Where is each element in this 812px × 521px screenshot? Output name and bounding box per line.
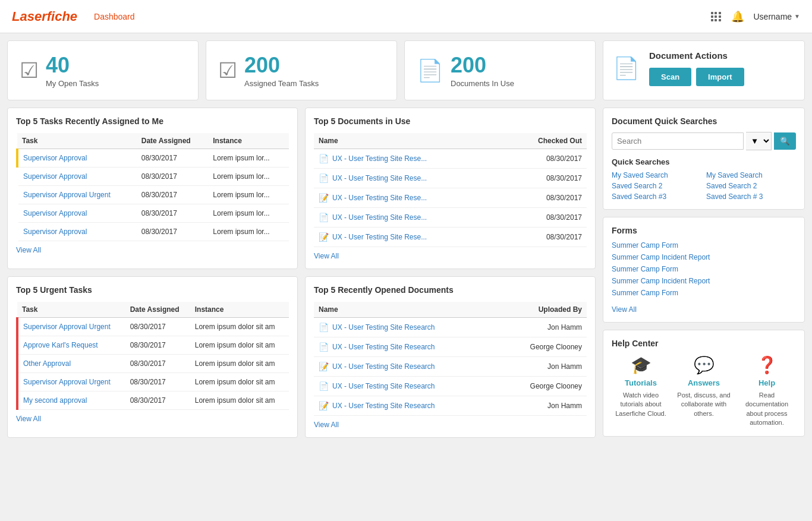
task-link[interactable]: Supervisor Approval — [23, 228, 87, 236]
dashboard-nav-link[interactable]: Dashboard — [94, 12, 135, 21]
recent-col-name: Name — [314, 302, 497, 318]
team-tasks-icon: ☑ — [218, 58, 237, 83]
recent-doc-name-cell: 📄 UX - User Testing Site Research — [314, 337, 497, 357]
task-name-cell: Supervisor Approval — [17, 204, 137, 223]
urgent-task-link[interactable]: Other Approval — [23, 359, 71, 368]
urgent-tasks-view-all[interactable]: View All — [16, 415, 41, 423]
quick-search-link[interactable]: Saved Search # 3 — [706, 192, 796, 201]
chevron-down-icon: ▼ — [794, 13, 800, 20]
help-item[interactable]: ❓ Help Read documentation about process … — [738, 355, 796, 428]
task-instance-cell: Lorem ipsum lor... — [208, 204, 289, 223]
quick-search-link[interactable]: My Saved Search — [612, 171, 701, 179]
pdf-icon: 📄 — [319, 342, 329, 352]
help-item-label: Help — [759, 378, 775, 387]
urgent-tasks-table: Task Date Assigned Instance Supervisor A… — [16, 302, 289, 410]
table-row: Supervisor Approval Urgent 08/30/2017 Lo… — [17, 186, 289, 204]
quick-search-link[interactable]: Saved Search 2 — [612, 182, 701, 190]
doc-link[interactable]: UX - User Testing Site Rese... — [332, 174, 427, 182]
main-panels: Top 5 Tasks Recently Assigned to Me Task… — [0, 100, 812, 445]
doc-name-cell: 📄 UX - User Testing Site Rese... — [314, 169, 502, 188]
form-link[interactable]: Summer Camp Form — [612, 265, 796, 273]
import-button[interactable]: Import — [696, 68, 744, 86]
middle-column: Top 5 Documents in Use Name Checked Out … — [305, 108, 596, 438]
top-tasks-table: Task Date Assigned Instance Supervisor A… — [16, 133, 289, 241]
recent-doc-link[interactable]: UX - User Testing Site Research — [332, 343, 435, 351]
form-link[interactable]: Summer Camp Incident Report — [612, 277, 796, 285]
user-menu[interactable]: Username ▼ — [754, 12, 801, 21]
task-link[interactable]: Supervisor Approval — [23, 154, 87, 162]
apps-icon[interactable] — [711, 12, 722, 21]
tasks-icon: ☑ — [20, 58, 39, 83]
urgent-tasks-col-task: Task — [17, 302, 125, 318]
quick-searches-section: Document Quick Searches ▼ 🔍 Quick Search… — [603, 108, 805, 210]
doc-link[interactable]: UX - User Testing Site Rese... — [332, 233, 427, 241]
notifications-icon[interactable]: 🔔 — [731, 10, 744, 23]
quick-search-link[interactable]: Saved Search 2 — [706, 182, 796, 190]
docs-in-use-stat: 📄 200 Documents In Use — [404, 40, 596, 100]
recently-opened-table: Name Uploaded By 📄 UX - User Testing Sit… — [314, 302, 587, 416]
search-dropdown[interactable]: ▼ — [746, 132, 772, 150]
forms-list: Summer Camp FormSummer Camp Incident Rep… — [612, 241, 796, 297]
docs-in-use-view-all[interactable]: View All — [314, 252, 339, 260]
search-input[interactable] — [612, 132, 744, 150]
help-item[interactable]: 🎓 Tutorials Watch video tutorials about … — [612, 355, 670, 428]
urgent-tasks-panel: Top 5 Urgent Tasks Task Date Assigned In… — [7, 276, 298, 438]
quick-search-link[interactable]: Saved Search #3 — [612, 192, 701, 201]
task-date-cell: 08/30/2017 — [137, 149, 209, 168]
task-date-cell: 08/30/2017 — [137, 223, 209, 241]
recent-col-uploaded: Uploaded By — [497, 302, 587, 318]
urgent-task-link[interactable]: Approve Karl's Request — [23, 341, 98, 349]
recently-opened-view-all[interactable]: View All — [314, 421, 339, 429]
table-row: 📝 UX - User Testing Site Rese... 08/30/2… — [314, 228, 587, 247]
table-row: Supervisor Approval 08/30/2017 Lorem ips… — [17, 223, 289, 241]
urgent-task-link[interactable]: Supervisor Approval Urgent — [23, 323, 111, 331]
stats-row: ☑ 40 My Open Tasks ☑ 200 Assigned Team T… — [0, 33, 812, 100]
top-tasks-view-all[interactable]: View All — [16, 246, 41, 254]
task-link[interactable]: Supervisor Approval — [23, 209, 87, 217]
urgent-task-date-cell: 08/30/2017 — [125, 318, 190, 336]
doc-name-cell: 📄 UX - User Testing Site Rese... — [314, 149, 502, 169]
recent-doc-uploaded-cell: George Clooney — [497, 337, 587, 357]
open-tasks-label: My Open Tasks — [46, 79, 99, 88]
doc-link[interactable]: UX - User Testing Site Rese... — [332, 194, 427, 202]
task-instance-cell: Lorem ipsum lor... — [208, 186, 289, 204]
urgent-task-link[interactable]: Supervisor Approval Urgent — [23, 378, 111, 386]
urgent-task-link[interactable]: My second approval — [23, 396, 87, 405]
table-row: 📄 UX - User Testing Site Rese... 08/30/2… — [314, 208, 587, 228]
urgent-task-date-cell: 08/30/2017 — [125, 391, 190, 410]
recent-doc-link[interactable]: UX - User Testing Site Research — [332, 402, 435, 410]
doc-checked-out-cell: 08/30/2017 — [502, 188, 587, 208]
docs-in-use-label: Documents In Use — [451, 79, 514, 88]
username-label: Username — [754, 12, 792, 21]
form-link[interactable]: Summer Camp Incident Report — [612, 253, 796, 261]
recent-doc-link[interactable]: UX - User Testing Site Research — [332, 362, 435, 371]
doc-link[interactable]: UX - User Testing Site Rese... — [332, 154, 427, 163]
form-link[interactable]: Summer Camp Form — [612, 241, 796, 250]
recent-doc-name-cell: 📄 UX - User Testing Site Research — [314, 377, 497, 396]
task-link[interactable]: Supervisor Approval — [23, 172, 87, 181]
doc-checked-out-cell: 08/30/2017 — [502, 228, 587, 247]
quick-search-link[interactable]: My Saved Search — [706, 171, 796, 179]
recent-doc-link[interactable]: UX - User Testing Site Research — [332, 382, 435, 390]
scan-button[interactable]: Scan — [649, 68, 691, 86]
recent-doc-name-cell: 📄 UX - User Testing Site Research — [314, 318, 497, 337]
table-row: 📄 UX - User Testing Site Rese... 08/30/2… — [314, 149, 587, 169]
pdf-icon: 📄 — [319, 154, 329, 163]
form-link[interactable]: Summer Camp Form — [612, 289, 796, 297]
task-link[interactable]: Supervisor Approval Urgent — [23, 191, 111, 199]
recent-doc-uploaded-cell: Jon Hamm — [497, 318, 587, 337]
doc-link[interactable]: UX - User Testing Site Rese... — [332, 213, 427, 222]
docs-col-name: Name — [314, 133, 502, 149]
table-row: Supervisor Approval Urgent 08/30/2017 Lo… — [17, 318, 289, 336]
search-button[interactable]: 🔍 — [774, 132, 796, 150]
open-tasks-stat: ☑ 40 My Open Tasks — [7, 40, 199, 100]
forms-view-all[interactable]: View All — [612, 305, 637, 314]
word-icon: 📝 — [319, 193, 329, 203]
help-item[interactable]: 💬 Answers Post, discuss, and collaborate… — [675, 355, 733, 428]
recent-doc-link[interactable]: UX - User Testing Site Research — [332, 323, 435, 331]
document-actions-card: 📄 Document Actions Scan Import — [603, 40, 805, 100]
word-icon: 📝 — [319, 232, 329, 242]
urgent-task-instance-cell: Lorem ipsum dolor sit am — [190, 318, 289, 336]
pdf-icon: 📄 — [319, 173, 329, 183]
recent-doc-uploaded-cell: Jon Hamm — [497, 357, 587, 377]
